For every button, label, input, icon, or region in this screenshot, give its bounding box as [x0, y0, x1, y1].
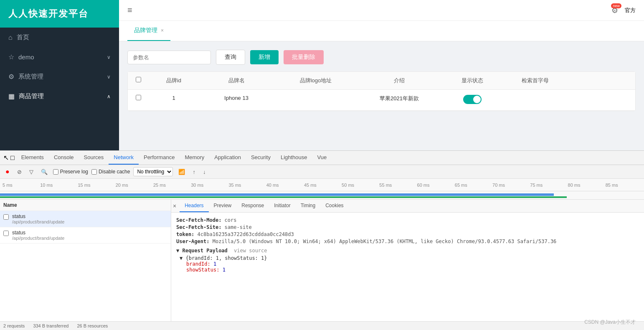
tab-sources[interactable]: Sources	[79, 151, 109, 165]
td-intro: 苹果2021年新款	[357, 90, 441, 110]
detail-close-button[interactable]: ×	[173, 203, 176, 209]
preserve-log-text: Preserve log	[60, 169, 88, 175]
payload-value: 1	[223, 267, 226, 273]
request-checkbox[interactable]	[3, 231, 9, 236]
detail-tab-timing[interactable]: Timing	[296, 200, 321, 212]
tab-application[interactable]: Application	[209, 151, 246, 165]
preserve-log-checkbox[interactable]	[53, 169, 58, 175]
request-item[interactable]: status /api/product/brand/update	[0, 211, 171, 227]
sidebar-logo: 人人快速开发平台	[0, 0, 119, 28]
status-bar: 2 requests 334 B transferred 26 B resour…	[0, 321, 644, 330]
app-header: ≡ ⚙ new 官方	[119, 0, 644, 21]
th-letter: 检索首字母	[504, 72, 566, 89]
throttling-select[interactable]: No throttling	[133, 167, 173, 176]
home-icon: ⌂	[8, 34, 13, 41]
request-payload-section: ▼ Request Payload view source ▼ {brandId…	[176, 248, 639, 273]
sidebar-item-demo[interactable]: ☆ demo ∨	[0, 47, 119, 67]
select-all-checkbox[interactable]	[136, 77, 141, 82]
batch-delete-button[interactable]: 批量删除	[284, 50, 324, 64]
request-path: /api/product/brand/update	[12, 219, 64, 224]
disable-cache-checkbox[interactable]	[91, 169, 97, 175]
th-brand-logo: 品牌logo地址	[274, 72, 357, 89]
tab-lighthouse[interactable]: Lighthouse	[276, 151, 312, 165]
payload-key: brandId:	[186, 261, 210, 267]
sidebar: 人人快速开发平台 ⌂ 首页 ☆ demo ∨ ⚙ 系统管理 ∨ ▦ 商品管理 ∧	[0, 0, 119, 150]
preserve-log-label[interactable]: Preserve log	[53, 169, 88, 175]
status-toggle[interactable]	[463, 95, 482, 104]
detail-key: Sec-Fetch-Mode:	[176, 217, 221, 223]
th-brand-name: 品牌名	[199, 72, 274, 89]
timeline-label: 55 ms	[378, 183, 416, 188]
query-button[interactable]: 查询	[216, 50, 245, 65]
request-checkbox[interactable]	[3, 214, 9, 220]
hamburger-icon[interactable]: ≡	[127, 5, 132, 15]
upload-icon[interactable]: ↑	[190, 168, 198, 176]
payload-value: 1	[213, 261, 216, 267]
stop-button[interactable]: ⊘	[15, 168, 24, 176]
detail-tab-initiator[interactable]: Initiator	[269, 200, 295, 212]
add-button[interactable]: 新增	[250, 50, 279, 64]
disable-cache-label[interactable]: Disable cache	[91, 169, 130, 175]
sidebar-item-home[interactable]: ⌂ 首页	[0, 28, 119, 47]
payload-field: showStatus: 1	[186, 267, 639, 273]
tab-memory[interactable]: Memory	[180, 151, 209, 165]
detail-value: same-site	[225, 224, 252, 230]
cursor-icon[interactable]: ↖	[3, 154, 9, 162]
detail-tab-headers[interactable]: Headers	[180, 200, 208, 212]
th-status: 显示状态	[441, 72, 504, 89]
timeline-label: 60 ms	[416, 183, 454, 188]
th-intro: 介绍	[357, 72, 441, 89]
record-button[interactable]: ●	[3, 167, 12, 177]
search-input[interactable]	[127, 51, 211, 64]
td-letter	[504, 90, 566, 110]
sidebar-item-system[interactable]: ⚙ 系统管理 ∨	[0, 67, 119, 86]
wifi-icon[interactable]: 📶	[176, 168, 187, 176]
detail-tab-response[interactable]: Response	[236, 200, 269, 212]
detail-row: Sec-Fetch-Mode: cors	[176, 217, 639, 223]
network-blue-bar	[0, 193, 554, 196]
tab-vue[interactable]: Vue	[312, 151, 332, 165]
data-table: 品牌id 品牌名 品牌logo地址 介绍 显示状态 检索首字母 1 Iphone…	[127, 71, 636, 111]
transferred-size: 334 B transferred	[33, 323, 68, 328]
payload-heading: ▼ Request Payload	[176, 248, 228, 254]
view-source-link[interactable]: view source	[234, 248, 267, 254]
request-item[interactable]: status /api/product/brand/update	[0, 227, 171, 244]
network-green-bar	[0, 196, 567, 198]
sidebar-item-label: demo	[18, 53, 34, 61]
official-link[interactable]: 官方	[625, 7, 636, 14]
tab-close-icon[interactable]: ×	[161, 28, 164, 33]
detail-content: Sec-Fetch-Mode: cors Sec-Fetch-Site: sam…	[171, 213, 644, 321]
sidebar-item-product[interactable]: ▦ 商品管理 ∧	[0, 86, 119, 106]
row-checkbox[interactable]	[136, 95, 141, 100]
td-status	[441, 90, 504, 110]
tab-security[interactable]: Security	[246, 151, 276, 165]
toolbar: 查询 新增 批量删除	[127, 50, 636, 65]
timeline-label: 25 ms	[152, 183, 190, 188]
detail-row: token: 4c8ba16235a3722d63cdddaa0cc248d3	[176, 231, 639, 237]
timeline-label: 20 ms	[115, 183, 152, 188]
td-brand-name: Iphone 13	[199, 90, 274, 110]
detail-value: 4c8ba16235a3722d63cdddaa0cc248d3	[198, 231, 294, 237]
star-icon: ☆	[8, 53, 14, 61]
tab-brand-management[interactable]: 品牌管理 ×	[127, 21, 170, 41]
tab-console[interactable]: Console	[49, 151, 79, 165]
tab-network[interactable]: Network	[109, 151, 139, 165]
chevron-down-icon: ∨	[107, 74, 111, 80]
payload-brace: ▼ {brandId: 1, showStatus: 1}	[180, 255, 267, 261]
timeline-label: 30 ms	[190, 183, 228, 188]
request-name: status	[12, 230, 64, 236]
tab-performance[interactable]: Performance	[139, 151, 180, 165]
device-icon[interactable]: □	[10, 154, 15, 162]
tab-label: 品牌管理	[134, 27, 157, 34]
th-checkbox	[128, 72, 149, 89]
timeline-label: 70 ms	[492, 183, 529, 188]
detail-tab-cookies[interactable]: Cookies	[320, 200, 348, 212]
tab-elements[interactable]: Elements	[16, 151, 49, 165]
detail-tab-bar: × Headers Preview Response Initiator Tim…	[171, 200, 644, 213]
search-button[interactable]: 🔍	[39, 168, 50, 176]
detail-row: User-Agent: Mozilla/5.0 (Windows NT 10.0…	[176, 239, 639, 244]
filter-button[interactable]: ▽	[27, 168, 35, 176]
detail-tab-preview[interactable]: Preview	[209, 200, 237, 212]
download-icon[interactable]: ↓	[201, 168, 208, 176]
settings-icon[interactable]: ⚙ new	[611, 6, 618, 15]
